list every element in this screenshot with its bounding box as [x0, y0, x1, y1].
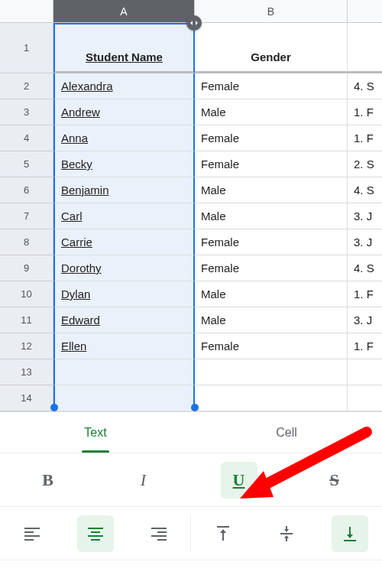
cell-c[interactable]: 1. F — [348, 125, 382, 151]
align-left-button[interactable] — [0, 507, 63, 560]
bold-icon: B — [42, 470, 53, 490]
format-panel: Text Cell B I U S — [0, 411, 382, 560]
cell-student-name[interactable]: Dorothy — [53, 255, 195, 281]
cell[interactable] — [53, 385, 195, 411]
column-header-c[interactable] — [348, 0, 382, 23]
column-resize-grip-icon[interactable] — [186, 15, 202, 31]
cell-c[interactable]: 4. S — [348, 177, 382, 203]
row-header[interactable]: 1 — [0, 23, 53, 73]
table-row: 7CarlMale3. J — [0, 203, 382, 229]
row-header[interactable]: 7 — [0, 203, 53, 229]
cell-c[interactable]: 1. F — [348, 281, 382, 307]
cell[interactable] — [195, 385, 348, 411]
cell-c[interactable]: 2. S — [348, 151, 382, 177]
cell-student-name[interactable]: Anna — [53, 125, 195, 151]
format-tabs: Text Cell — [0, 412, 382, 453]
row-header[interactable]: 12 — [0, 333, 53, 359]
header-cell-gender[interactable]: Gender — [195, 23, 348, 73]
align-right-button[interactable] — [128, 507, 191, 560]
cell[interactable] — [195, 359, 348, 385]
column-header-a[interactable]: A — [53, 0, 195, 23]
row-header[interactable]: 4 — [0, 125, 53, 151]
cell-c[interactable]: 3. J — [348, 307, 382, 333]
cell-gender[interactable]: Female — [195, 151, 348, 177]
cell-c[interactable]: 3. J — [348, 229, 382, 255]
cell-gender[interactable]: Female — [195, 125, 348, 151]
row-header[interactable]: 11 — [0, 307, 53, 333]
cell-c[interactable]: 4. S — [348, 255, 382, 281]
cell-c[interactable]: 4. S — [348, 73, 382, 99]
row-header[interactable]: 8 — [0, 229, 53, 255]
row-header[interactable]: 2 — [0, 73, 53, 99]
row-header[interactable]: 13 — [0, 359, 53, 385]
table-row: 4AnnaFemale1. F — [0, 125, 382, 151]
cell-student-name[interactable]: Benjamin — [53, 177, 195, 203]
underline-button[interactable]: U — [191, 453, 286, 506]
row-header[interactable]: 6 — [0, 177, 53, 203]
cell-student-name[interactable]: Alexandra — [53, 73, 195, 99]
table-row: 12EllenFemale1. F — [0, 333, 382, 359]
selection-handle-icon[interactable] — [191, 404, 199, 411]
cell[interactable] — [348, 385, 382, 411]
tab-cell[interactable]: Cell — [191, 412, 382, 453]
table-row: 6BenjaminMale4. S — [0, 177, 382, 203]
header-cell-student-name[interactable]: Student Name — [53, 23, 195, 73]
table-row: 10DylanMale1. F — [0, 281, 382, 307]
cell-student-name[interactable]: Carl — [53, 203, 195, 229]
cell-gender[interactable]: Male — [195, 203, 348, 229]
valign-bottom-icon — [342, 525, 358, 542]
row-header[interactable]: 9 — [0, 255, 53, 281]
header-cell-c[interactable] — [348, 23, 382, 73]
selection-handle-icon[interactable] — [50, 404, 58, 411]
cell-student-name[interactable]: Dylan — [53, 281, 195, 307]
strikethrough-icon: S — [329, 470, 338, 490]
cell-gender[interactable]: Female — [195, 333, 348, 359]
valign-top-button[interactable] — [191, 507, 254, 560]
row-header[interactable]: 10 — [0, 281, 53, 307]
table-row: 8CarrieFemale3. J — [0, 229, 382, 255]
strikethrough-button[interactable]: S — [286, 453, 382, 506]
cell-gender[interactable]: Female — [195, 255, 348, 281]
italic-button[interactable]: I — [96, 453, 191, 506]
row-header[interactable]: 14 — [0, 385, 53, 411]
spreadsheet-grid[interactable]: A B 1 Student Name Gender 2AlexandraFema… — [0, 0, 382, 411]
cell-gender[interactable]: Male — [195, 177, 348, 203]
cell-student-name[interactable]: Becky — [53, 151, 195, 177]
cell-student-name[interactable]: Ellen — [53, 333, 195, 359]
select-all-corner[interactable] — [0, 0, 53, 23]
cell-gender[interactable]: Male — [195, 281, 348, 307]
tab-text[interactable]: Text — [0, 412, 191, 453]
cell-student-name[interactable]: Edward — [53, 307, 195, 333]
cell[interactable] — [53, 359, 195, 385]
cell-c[interactable]: 1. F — [348, 333, 382, 359]
valign-bottom-button[interactable] — [319, 507, 382, 560]
valign-middle-button[interactable] — [254, 507, 318, 560]
cell-gender[interactable]: Male — [195, 307, 348, 333]
table-row: 9DorothyFemale4. S — [0, 255, 382, 281]
underline-icon: U — [233, 470, 245, 490]
cell[interactable] — [348, 359, 382, 385]
cell-c[interactable]: 1. F — [348, 99, 382, 125]
align-left-icon — [24, 527, 40, 541]
row-header[interactable]: 3 — [0, 99, 53, 125]
cell-gender[interactable]: Female — [195, 229, 348, 255]
row-header[interactable]: 5 — [0, 151, 53, 177]
italic-icon: I — [141, 470, 146, 490]
cell-student-name[interactable]: Carrie — [53, 229, 195, 255]
table-row: 2AlexandraFemale4. S — [0, 73, 382, 99]
bold-button[interactable]: B — [0, 453, 96, 506]
table-row: 13 — [0, 359, 382, 385]
frozen-header-row: 1 Student Name Gender — [0, 23, 382, 73]
cell-gender[interactable]: Male — [195, 99, 348, 125]
align-center-button[interactable] — [63, 507, 127, 560]
align-center-icon — [87, 527, 104, 541]
cell-gender[interactable]: Female — [195, 73, 348, 99]
cell-c[interactable]: 3. J — [348, 203, 382, 229]
column-header-b[interactable]: B — [195, 0, 348, 23]
valign-top-icon — [215, 525, 231, 542]
column-label: A — [120, 5, 127, 18]
cell-student-name[interactable]: Andrew — [53, 99, 195, 125]
valign-middle-icon — [279, 525, 294, 542]
table-row: 3AndrewMale1. F — [0, 99, 382, 125]
table-row: 11EdwardMale3. J — [0, 307, 382, 333]
